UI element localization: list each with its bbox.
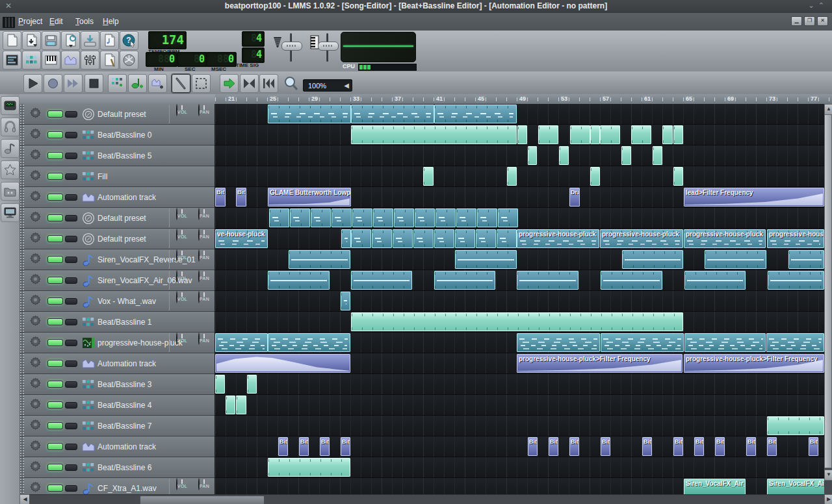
track-gear-icon[interactable]: [30, 128, 41, 142]
sample-segment[interactable]: [289, 250, 350, 269]
volume-knob-cap[interactable]: [176, 229, 177, 241]
open-project-button[interactable]: [22, 31, 41, 50]
track-drag-handle[interactable]: [20, 166, 24, 186]
pan-knob-cap[interactable]: [198, 333, 200, 345]
volume-knob-cap[interactable]: [176, 291, 177, 303]
bb-pattern-segment[interactable]: [215, 375, 225, 394]
pan-knob-cap[interactable]: [198, 270, 200, 283]
pan-knob-cap[interactable]: [198, 104, 200, 116]
note-pattern-segment[interactable]: [332, 208, 352, 227]
mute-led[interactable]: [47, 318, 63, 325]
track-lane[interactable]: [215, 208, 824, 229]
jump-end-button[interactable]: [240, 74, 259, 93]
volume-knob[interactable]: VOL: [174, 105, 190, 123]
bb-pattern-segment[interactable]: [621, 146, 631, 165]
track-head[interactable]: Beat/Bassline 0: [20, 125, 214, 145]
solo-led[interactable]: [65, 340, 77, 346]
note-pattern-segment[interactable]: [476, 229, 496, 248]
titlebar-shade-icons[interactable]: ⌄⌃: [809, 1, 828, 10]
pan-knob[interactable]: PAN: [196, 208, 212, 227]
mute-led[interactable]: [47, 194, 63, 201]
automation-segment-small[interactable]: Bit: [767, 437, 777, 456]
master-volume-slider[interactable]: [281, 42, 302, 51]
automation-segment-small[interactable]: Bit: [236, 188, 246, 207]
solo-led[interactable]: [65, 277, 77, 284]
track-drag-handle[interactable]: [20, 145, 24, 166]
track-head[interactable]: Default presetVOLPAN: [20, 208, 214, 229]
menu-item-tools[interactable]: Tools: [75, 17, 94, 26]
automation-segment-small[interactable]: Bit: [549, 437, 558, 456]
note-pattern-segment[interactable]: [373, 208, 393, 227]
add-bb-track-button[interactable]: [108, 74, 127, 93]
note-pattern-segment[interactable]: [351, 229, 371, 248]
minimize-button[interactable]: ▁: [791, 16, 802, 26]
note-pattern-segment[interactable]: [413, 229, 434, 248]
track-drag-handle[interactable]: [20, 416, 24, 436]
track-head[interactable]: Beat/Bassline 6: [20, 457, 214, 478]
sample-segment[interactable]: [788, 250, 824, 269]
track-gear-icon[interactable]: [30, 211, 41, 225]
mute-led[interactable]: [47, 214, 63, 221]
piano-roll-button[interactable]: [42, 51, 60, 69]
track-head[interactable]: Beat/Bassline 3: [20, 374, 214, 395]
track-head[interactable]: Beat/Bassline 5: [20, 145, 214, 166]
track-lane[interactable]: progressive-house-pluck>Filter Frequency…: [215, 353, 824, 374]
track-gear-icon[interactable]: [30, 232, 41, 246]
track-drag-handle[interactable]: [20, 229, 24, 249]
fx-mixer-button[interactable]: [81, 51, 99, 69]
track-gear-icon[interactable]: [30, 440, 41, 453]
track-lane[interactable]: [215, 291, 824, 312]
note-pattern-segment[interactable]: [456, 208, 476, 227]
sample-segment[interactable]: [351, 271, 412, 290]
volume-knob-cap[interactable]: [176, 333, 177, 345]
track-head[interactable]: Fill: [20, 166, 214, 187]
sample-segment[interactable]: [768, 271, 824, 290]
import-file-button[interactable]: [100, 31, 119, 50]
track-gear-icon[interactable]: [30, 273, 41, 287]
volume-knob-cap[interactable]: [176, 478, 177, 490]
solo-led[interactable]: [65, 444, 77, 450]
add-automation-track-button[interactable]: [148, 74, 167, 93]
note-pattern-segment[interactable]: [766, 333, 824, 352]
hscroll-right-button[interactable]: ▶: [824, 494, 832, 504]
bb-pattern-segment[interactable]: [351, 125, 517, 144]
solo-led[interactable]: [65, 215, 77, 221]
controller-rack-button[interactable]: [120, 51, 138, 69]
note-pattern-segment[interactable]: [517, 333, 600, 352]
sidebar-samples-button[interactable]: [1, 118, 20, 136]
automation-segment-small[interactable]: Bit: [642, 437, 652, 456]
note-pattern-segment[interactable]: progressive-house-pluck: [517, 229, 599, 248]
note-pattern-segment[interactable]: [215, 333, 268, 352]
sample-segment[interactable]: [517, 271, 578, 290]
mute-led[interactable]: [47, 360, 63, 367]
bb-pattern-segment[interactable]: [351, 312, 683, 331]
project-notes-button[interactable]: [100, 51, 119, 69]
track-drag-handle[interactable]: [20, 457, 24, 477]
track-head[interactable]: Beat/Bassline 1: [20, 312, 214, 333]
mute-led[interactable]: [47, 339, 63, 346]
pan-knob-cap[interactable]: [198, 208, 200, 220]
sidebar-projects-button[interactable]: [1, 182, 20, 201]
add-sample-track-button[interactable]: [128, 74, 147, 93]
zoom-decrement-icon[interactable]: ◀: [344, 80, 349, 92]
track-drag-handle[interactable]: [20, 187, 24, 207]
sample-segment[interactable]: [434, 271, 495, 290]
automation-segment-small[interactable]: Bit: [601, 437, 610, 456]
sample-segment[interactable]: [705, 250, 766, 269]
note-pattern-segment[interactable]: [415, 208, 435, 227]
bb-pattern-segment[interactable]: [507, 167, 517, 186]
volume-knob[interactable]: VOL: [174, 250, 190, 269]
automation-editor-button[interactable]: [61, 51, 80, 69]
track-gear-icon[interactable]: [30, 460, 41, 474]
track-lane[interactable]: BitBitBitBitBitBitBitBitBitBitBitBitBitB…: [215, 436, 824, 457]
mute-led[interactable]: [47, 443, 63, 450]
track-gear-icon[interactable]: [30, 398, 41, 412]
menu-item-edit[interactable]: Edit: [49, 17, 63, 26]
track-lane[interactable]: [215, 166, 824, 187]
track-gear-icon[interactable]: [30, 357, 41, 370]
track-lane[interactable]: [215, 104, 824, 125]
mute-led[interactable]: [47, 256, 63, 263]
mute-led[interactable]: [47, 422, 63, 429]
track-lane[interactable]: [215, 249, 824, 270]
bb-pattern-segment[interactable]: [673, 125, 683, 144]
